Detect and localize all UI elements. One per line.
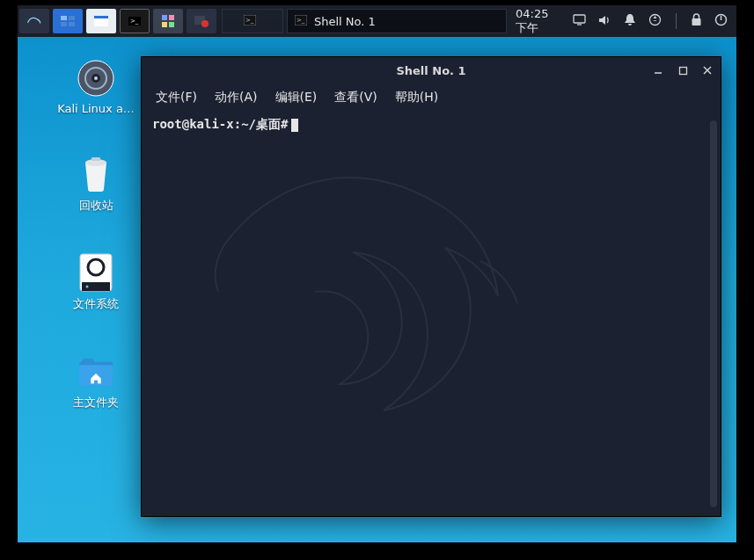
svg-rect-0	[61, 16, 67, 20]
volume-icon[interactable]	[598, 14, 611, 29]
taskbar-item-label: Shell No. 1	[314, 15, 376, 28]
text-cursor	[291, 119, 298, 132]
desktop-icon-home[interactable]: 主文件夹	[55, 353, 137, 411]
svg-rect-8	[162, 15, 167, 20]
lock-icon[interactable]	[691, 13, 702, 29]
window-title: Shell No. 1	[396, 64, 465, 77]
svg-rect-5	[94, 16, 108, 18]
desktop-icon-label: 主文件夹	[73, 395, 119, 411]
svg-text:>_: >_	[245, 17, 254, 24]
home-folder-icon	[77, 353, 114, 389]
menu-help[interactable]: 帮助(H)	[395, 90, 438, 105]
system-tray	[564, 13, 736, 29]
clock[interactable]: 04:25 下午	[507, 7, 564, 36]
svg-text:>_: >_	[130, 18, 139, 25]
menu-edit[interactable]: 编辑(E)	[275, 90, 318, 105]
svg-point-13	[201, 20, 209, 27]
taskbar-item-shell-1[interactable]: >_ Shell No. 1	[287, 9, 507, 33]
drive-icon	[77, 254, 114, 291]
desktop-icon-label: Kali Linux a…	[57, 102, 135, 115]
svg-rect-1	[69, 16, 75, 20]
terminal-icon: >_	[244, 15, 256, 28]
svg-rect-11	[169, 22, 174, 27]
power-arrow-icon[interactable]	[648, 13, 662, 29]
top-panel: >_ >_ >_ Shell No. 1 04:25 下午	[18, 5, 736, 37]
svg-rect-9	[169, 15, 174, 20]
terminal-window: Shell No. 1 文件(F) 动作(A) 编辑(E) 查看(V) 帮助(H…	[141, 56, 721, 517]
titlebar[interactable]: Shell No. 1	[142, 57, 721, 84]
desktop-icon-label: 文件系统	[73, 296, 119, 312]
shell-prompt: root@kali-x:~/桌面#	[152, 117, 288, 131]
menu-action[interactable]: 动作(A)	[215, 90, 258, 105]
taskbar-item-terminal-min[interactable]: >_	[222, 9, 283, 33]
svg-rect-18	[574, 15, 585, 23]
svg-point-31	[86, 286, 89, 288]
close-button[interactable]	[699, 62, 715, 78]
trash-icon	[77, 156, 114, 193]
disc-icon	[77, 60, 114, 97]
desktop-icon-filesystem[interactable]: 文件系统	[55, 254, 137, 312]
menu-view[interactable]: 查看(V)	[334, 90, 377, 105]
terminal-launcher[interactable]: >_	[120, 9, 150, 33]
svg-point-25	[94, 76, 98, 80]
desktop[interactable]: >_ >_ >_ Shell No. 1 04:25 下午	[18, 5, 736, 542]
logout-icon[interactable]	[714, 13, 728, 29]
scrollbar[interactable]	[710, 120, 717, 507]
svg-rect-20	[692, 18, 701, 25]
desktop-icon-label: 回收站	[79, 198, 113, 214]
screen-recorder-launcher[interactable]	[187, 9, 216, 33]
svg-rect-2	[61, 22, 67, 26]
minimize-button[interactable]	[650, 62, 666, 78]
tray-separator	[676, 13, 677, 29]
file-manager-launcher[interactable]	[86, 9, 116, 33]
display-icon[interactable]	[573, 14, 586, 28]
svg-rect-27	[92, 157, 100, 161]
svg-rect-10	[162, 22, 167, 27]
menubar: 文件(F) 动作(A) 编辑(E) 查看(V) 帮助(H)	[142, 84, 721, 112]
kali-menu-button[interactable]	[19, 9, 49, 33]
desktop-icon-kali-iso[interactable]: Kali Linux a…	[55, 60, 137, 115]
maximize-button[interactable]	[675, 62, 691, 78]
svg-text:>_: >_	[296, 17, 305, 24]
svg-rect-3	[69, 22, 75, 26]
svg-rect-33	[679, 67, 686, 74]
desktop-icon-trash[interactable]: 回收站	[55, 156, 137, 214]
bell-icon[interactable]	[624, 13, 636, 29]
menu-file[interactable]: 文件(F)	[156, 90, 197, 105]
workspace-switcher[interactable]	[53, 9, 83, 33]
terminal-viewport[interactable]: root@kali-x:~/桌面#	[142, 112, 721, 516]
terminal-icon: >_	[295, 15, 307, 28]
app-grid-launcher[interactable]	[153, 9, 183, 33]
